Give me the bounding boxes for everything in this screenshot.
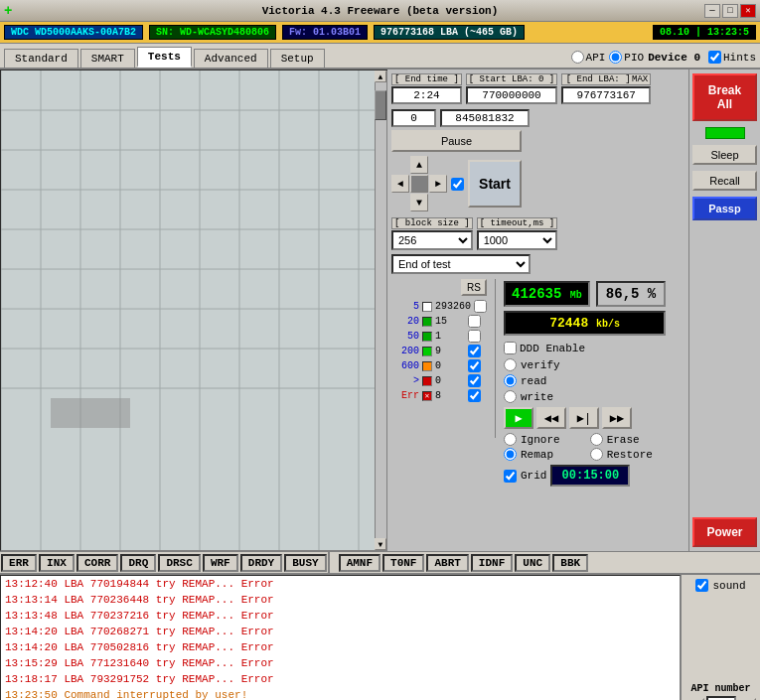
tab-smart[interactable]: SMART <box>80 49 135 68</box>
forward-button[interactable]: ▶| <box>569 407 599 429</box>
arrow-left-button[interactable]: ◄ <box>391 175 409 193</box>
app-icon: + <box>4 3 12 19</box>
verify-option[interactable]: verify <box>504 358 666 371</box>
content-area: ▲ ▼ [ End time ] 2:24 [ Start LBA: 0 ] 7… <box>0 70 760 551</box>
erase-option[interactable]: Erase <box>590 433 667 446</box>
mode-dropdown-row: End of test <box>391 254 557 274</box>
maximize-button[interactable]: □ <box>722 4 738 18</box>
field2-value[interactable]: 0 <box>391 109 436 127</box>
arrow-up-button[interactable]: ▲ <box>410 156 428 174</box>
verify-radio[interactable] <box>504 358 517 371</box>
arrow-checkbox[interactable] <box>451 178 464 191</box>
log-entry: 13:14:20 LBA 770502816 try REMAP... Erro… <box>5 639 676 655</box>
grid-checkbox[interactable] <box>504 470 517 483</box>
play-button[interactable]: ▶ <box>504 407 533 429</box>
ignore-radio[interactable] <box>504 433 517 446</box>
close-button[interactable]: ✕ <box>740 4 756 18</box>
write-option[interactable]: write <box>504 390 666 403</box>
pio-radio[interactable]: PIO <box>609 51 644 64</box>
speed-val-5: 293260 <box>435 301 471 312</box>
block-size-select[interactable]: 256 512 1024 <box>391 230 473 250</box>
arrow-center-button[interactable] <box>410 175 428 193</box>
mode-select[interactable]: End of test <box>391 254 531 274</box>
restore-radio[interactable] <box>590 448 603 461</box>
start-lba-group: [ Start LBA: 0 ] 770000000 <box>466 73 557 104</box>
speed-bars-panel: RS 5 293260 20 <box>391 279 487 402</box>
scroll-down-button[interactable]: ▼ <box>375 538 386 550</box>
end-lba-value[interactable]: 976773167 <box>561 86 651 104</box>
restore-option[interactable]: Restore <box>590 448 667 461</box>
scroll-up-button[interactable]: ▲ <box>375 70 386 82</box>
api-section: API number − 0 + <box>685 683 756 700</box>
pio-radio-input[interactable] <box>609 51 622 64</box>
tab-standard[interactable]: Standard <box>4 49 78 68</box>
speed-val-gt: 0 <box>435 375 465 386</box>
status-t0nf: T0NF <box>382 554 424 572</box>
speed-cb-200[interactable] <box>468 345 481 357</box>
statusbar-sep <box>328 552 338 573</box>
power-button[interactable]: Power <box>692 517 757 547</box>
speed-cb-gt[interactable] <box>468 374 481 387</box>
mb-value: 412635 Mb <box>504 281 590 307</box>
speed-bar-gt-box <box>422 376 432 386</box>
status-bbk: BBK <box>552 554 588 572</box>
graph-area: ▲ ▼ <box>0 70 387 551</box>
speed-val-200: 9 <box>435 346 465 356</box>
status-inx: INX <box>39 554 75 572</box>
back-button[interactable]: ◀◀ <box>536 407 566 429</box>
remap-radio[interactable] <box>504 448 517 461</box>
tab-setup[interactable]: Setup <box>270 49 325 68</box>
read-option[interactable]: read <box>504 374 666 387</box>
speed-cb-600[interactable] <box>468 359 481 372</box>
arrow-down-button[interactable]: ▼ <box>410 194 428 211</box>
status-abrt: ABRT <box>426 554 468 572</box>
start-lba-value[interactable]: 770000000 <box>466 86 557 104</box>
recall-button[interactable]: Recall <box>692 171 757 191</box>
speed-cb-5[interactable] <box>474 300 487 313</box>
status-err: ERR <box>1 554 37 572</box>
minimize-button[interactable]: ─ <box>704 4 720 18</box>
end-time-value[interactable]: 2:24 <box>391 86 462 104</box>
remap-option[interactable]: Remap <box>504 448 580 461</box>
speed-cb-20[interactable] <box>468 315 481 328</box>
second-row: 0 845081832 <box>391 109 684 127</box>
scroll-thumb[interactable] <box>375 90 386 120</box>
api-radio-input[interactable] <box>571 51 584 64</box>
break-all-button[interactable]: Break All <box>692 73 757 121</box>
read-radio[interactable] <box>504 374 517 387</box>
log-entry: 13:23:50 Command interrupted by user! <box>5 687 676 700</box>
pause-button[interactable]: Pause <box>391 130 522 152</box>
svg-rect-0 <box>1 70 377 550</box>
speed-label-err: Err <box>391 390 419 401</box>
time-label: 08.10 | 13:23:5 <box>653 25 756 40</box>
api-radio[interactable]: API <box>571 51 606 64</box>
graph-scrollbar[interactable]: ▲ ▼ <box>375 70 386 550</box>
log-entry: 13:15:29 LBA 771231640 try REMAP... Erro… <box>5 655 676 671</box>
speed-val-50: 1 <box>435 331 465 342</box>
sound-checkbox[interactable] <box>695 579 708 592</box>
write-radio[interactable] <box>504 390 517 403</box>
log-entry: 13:13:48 LBA 770237216 try REMAP... Erro… <box>5 608 676 624</box>
sleep-button[interactable]: Sleep <box>692 145 757 165</box>
field3-value[interactable]: 845081832 <box>440 109 530 127</box>
speed-bar-200-box <box>422 347 432 356</box>
arrow-right-button[interactable]: ► <box>429 175 447 193</box>
passp-button[interactable]: Passp <box>692 197 757 220</box>
speed-row-50: 50 1 <box>391 330 487 343</box>
tab-tests[interactable]: Tests <box>137 47 192 68</box>
end-button[interactable]: ▶▶ <box>602 407 632 429</box>
end-time-group: [ End time ] 2:24 <box>391 73 462 104</box>
speed-cb-err[interactable] <box>468 389 481 402</box>
titlebar: + Victoria 4.3 Freeware (beta version) ─… <box>0 0 760 22</box>
ddd-checkbox[interactable] <box>504 342 517 354</box>
tab-advanced[interactable]: Advanced <box>194 49 268 68</box>
hints-checkbox[interactable]: Hints <box>708 51 756 64</box>
erase-radio[interactable] <box>590 433 603 446</box>
speed-cb-50[interactable] <box>468 330 481 343</box>
ignore-option[interactable]: Ignore <box>504 433 580 446</box>
log-area[interactable]: 13:11:33 Recallibration... OK13:11:33 St… <box>0 575 681 700</box>
speed-val-20: 15 <box>435 316 465 327</box>
timeout-select[interactable]: 1000 2000 5000 <box>477 230 558 250</box>
rs-button[interactable]: RS <box>461 279 487 296</box>
start-button[interactable]: Start <box>468 160 522 208</box>
